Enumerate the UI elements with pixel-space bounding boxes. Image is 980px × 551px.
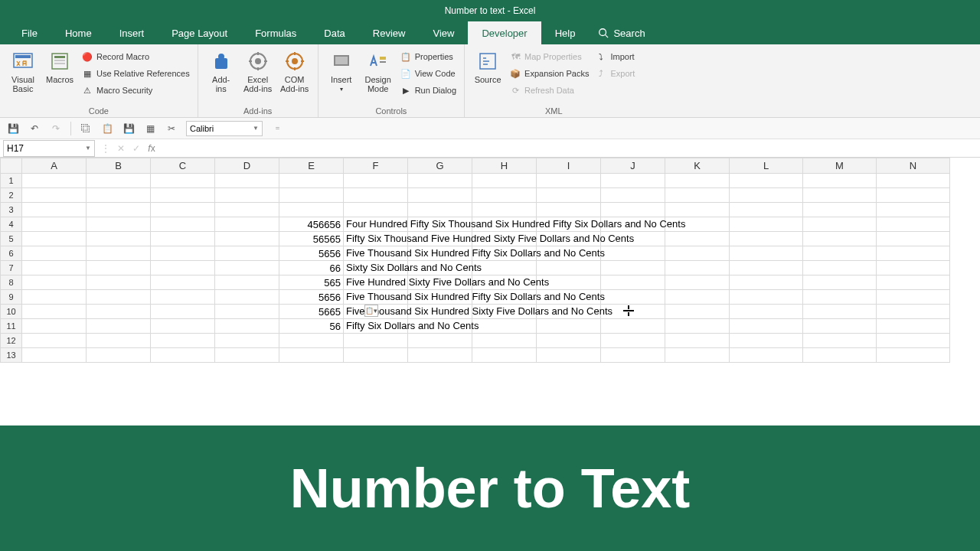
cell-C8[interactable] (151, 276, 215, 290)
cell-J6[interactable] (601, 246, 665, 261)
row-header-3[interactable]: 3 (1, 203, 22, 217)
cell-I2[interactable] (537, 188, 601, 203)
cell-I12[interactable] (537, 334, 601, 348)
font-selector[interactable]: Calibri ▼ (186, 121, 263, 136)
col-header-F[interactable]: F (344, 158, 408, 174)
cell-B3[interactable] (87, 203, 151, 217)
cell-K9[interactable] (665, 290, 730, 305)
cell-L2[interactable] (730, 188, 803, 203)
expansion-packs-button[interactable]: 📦Expansion Packs (508, 66, 590, 81)
cell-J11[interactable] (601, 319, 665, 334)
cell-A3[interactable] (22, 203, 87, 217)
formula-input[interactable] (159, 140, 980, 157)
cell-F4[interactable]: Four Hundred Fifty Six Thousand Six Hund… (344, 217, 408, 232)
row-header-10[interactable]: 10 (1, 305, 22, 319)
cell-N4[interactable] (877, 217, 950, 232)
cell-M6[interactable] (803, 246, 877, 261)
borders-button[interactable]: ▦ (143, 122, 157, 135)
paste-options-button[interactable]: 📋▾ (364, 305, 378, 317)
cell-K2[interactable] (665, 188, 730, 203)
cell-A9[interactable] (22, 290, 87, 305)
row-header-7[interactable]: 7 (1, 261, 22, 276)
design-mode-button[interactable]: Design Mode (361, 46, 395, 93)
cell-F8[interactable]: Five Hundred Sixty Five Dollars and No C… (344, 276, 408, 290)
cell-F2[interactable] (344, 188, 408, 203)
fx-icon[interactable]: fx (144, 143, 159, 154)
cell-L11[interactable] (730, 319, 803, 334)
cell-I11[interactable] (537, 319, 601, 334)
cell-G13[interactable] (408, 348, 472, 363)
cell-E8[interactable]: 565 (279, 276, 344, 290)
cell-A5[interactable] (22, 232, 87, 246)
cancel-icon[interactable]: ✕ (113, 143, 129, 154)
cell-M13[interactable] (803, 348, 877, 363)
cell-M9[interactable] (803, 290, 877, 305)
cell-C1[interactable] (151, 174, 215, 188)
row-header-1[interactable]: 1 (1, 174, 22, 188)
cell-D7[interactable] (215, 261, 279, 276)
use-relative-refs-button[interactable]: ▦Use Relative References (80, 66, 191, 81)
cell-G1[interactable] (408, 174, 472, 188)
cell-E1[interactable] (279, 174, 344, 188)
cut-button[interactable]: ✂ (165, 122, 178, 135)
cell-I3[interactable] (537, 203, 601, 217)
row-header-6[interactable]: 6 (1, 246, 22, 261)
cell-K13[interactable] (665, 348, 730, 363)
row-header-2[interactable]: 2 (1, 188, 22, 203)
col-header-E[interactable]: E (279, 158, 344, 174)
cell-H11[interactable] (472, 319, 537, 334)
name-box[interactable]: H17 ▼ (3, 140, 95, 157)
col-header-C[interactable]: C (151, 158, 215, 174)
row-header-4[interactable]: 4 (1, 217, 22, 232)
cell-M1[interactable] (803, 174, 877, 188)
undo-button[interactable]: ↶ (28, 122, 41, 135)
copy-button[interactable]: ⿻ (79, 122, 93, 135)
cell-D9[interactable] (215, 290, 279, 305)
cell-C3[interactable] (151, 203, 215, 217)
cell-L3[interactable] (730, 203, 803, 217)
addins-button[interactable]: Add- ins (204, 46, 238, 93)
cell-L13[interactable] (730, 348, 803, 363)
cell-B4[interactable] (87, 217, 151, 232)
enter-icon[interactable]: ✓ (129, 143, 144, 154)
cell-G2[interactable] (408, 188, 472, 203)
cell-B11[interactable] (87, 319, 151, 334)
cell-J2[interactable] (601, 188, 665, 203)
cell-J12[interactable] (601, 334, 665, 348)
cell-J9[interactable] (601, 290, 665, 305)
cell-F7[interactable]: Sixty Six Dollars and No Cents (344, 261, 408, 276)
cell-E9[interactable]: 5656 (279, 290, 344, 305)
cell-B5[interactable] (87, 232, 151, 246)
cell-C4[interactable] (151, 217, 215, 232)
tab-insert[interactable]: Insert (106, 21, 158, 44)
cell-L12[interactable] (730, 334, 803, 348)
cell-N3[interactable] (877, 203, 950, 217)
search-button[interactable]: Search (589, 21, 654, 44)
cell-I13[interactable] (537, 348, 601, 363)
cell-D2[interactable] (215, 188, 279, 203)
cell-H3[interactable] (472, 203, 537, 217)
row-header-11[interactable]: 11 (1, 319, 22, 334)
cell-E6[interactable]: 5656 (279, 246, 344, 261)
cell-H12[interactable] (472, 334, 537, 348)
cell-H2[interactable] (472, 188, 537, 203)
excel-addins-button[interactable]: Excel Add-ins (241, 46, 275, 93)
cell-C2[interactable] (151, 188, 215, 203)
col-header-I[interactable]: I (537, 158, 601, 174)
col-header-H[interactable]: H (472, 158, 537, 174)
row-header-8[interactable]: 8 (1, 276, 22, 290)
tab-formulas[interactable]: Formulas (241, 21, 310, 44)
cell-L4[interactable] (730, 217, 803, 232)
cell-L1[interactable] (730, 174, 803, 188)
cell-F5[interactable]: Fifty Six Thousand Five Hundred Sixty Fi… (344, 232, 408, 246)
cell-F1[interactable] (344, 174, 408, 188)
cell-D5[interactable] (215, 232, 279, 246)
cell-K10[interactable] (665, 305, 730, 319)
cell-B13[interactable] (87, 348, 151, 363)
cell-F6[interactable]: Five Thousand Six Hundred Fifty Six Doll… (344, 246, 408, 261)
row-header-12[interactable]: 12 (1, 334, 22, 348)
cell-A7[interactable] (22, 261, 87, 276)
redo-button[interactable]: ↷ (49, 122, 63, 135)
tab-page-layout[interactable]: Page Layout (158, 21, 241, 44)
select-all-corner[interactable] (1, 158, 22, 174)
